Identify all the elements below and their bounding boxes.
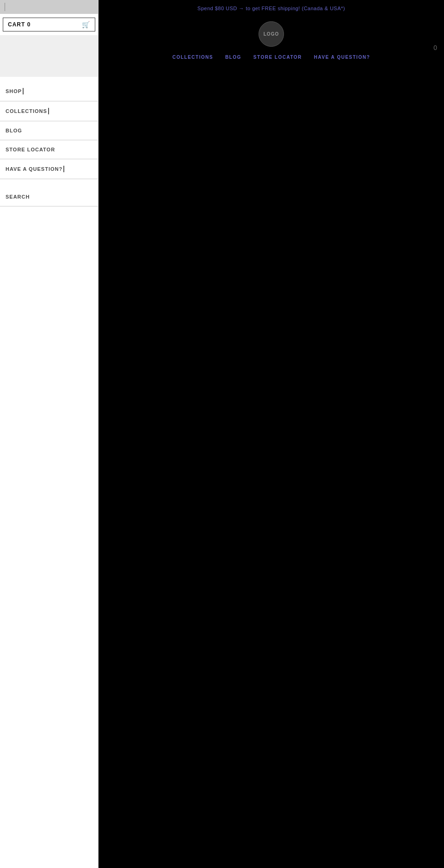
sidebar-search[interactable]: SEARCH bbox=[0, 187, 98, 206]
sidebar-top-bar bbox=[0, 0, 98, 14]
sidebar-nav: SHOP COLLECTIONS BLOG STORE LOCATOR HAVE… bbox=[0, 81, 98, 179]
have-a-question-indicator bbox=[63, 166, 64, 172]
main-nav-have-a-question-label: HAVE A QUESTION? bbox=[314, 55, 370, 60]
sidebar-item-store-locator-label: STORE LOCATOR bbox=[6, 147, 55, 152]
collections-indicator bbox=[48, 108, 49, 114]
promo-text: Spend $80 USD → to get FREE shipping! (C… bbox=[197, 6, 345, 11]
sidebar-item-have-a-question[interactable]: HAVE A QUESTION? bbox=[0, 159, 98, 179]
promo-bar: Spend $80 USD → to get FREE shipping! (C… bbox=[99, 0, 444, 17]
sidebar-search-label: SEARCH bbox=[6, 194, 30, 200]
logo-area: LOGO bbox=[99, 17, 444, 49]
dark-overlay bbox=[99, 93, 444, 868]
sidebar-image bbox=[0, 35, 98, 77]
logo[interactable]: LOGO bbox=[259, 21, 284, 47]
main-cart-icon[interactable]: 0 bbox=[433, 44, 437, 51]
main-nav-have-a-question[interactable]: HAVE A QUESTION? bbox=[310, 53, 374, 62]
main-nav: COLLECTIONS BLOG STORE LOCATOR HAVE A QU… bbox=[99, 49, 444, 65]
cart-button[interactable]: CART 0 🛒 bbox=[3, 18, 95, 31]
sidebar-item-collections-label: COLLECTIONS bbox=[6, 108, 47, 114]
logo-text: LOGO bbox=[264, 31, 279, 37]
sidebar: CART 0 🛒 SHOP COLLECTIONS BLOG STORE LOC… bbox=[0, 0, 99, 868]
main-nav-store-locator-label: STORE LOCATOR bbox=[253, 55, 302, 60]
main-nav-collections-label: COLLECTIONS bbox=[173, 55, 213, 60]
main-nav-blog[interactable]: BLOG bbox=[222, 53, 245, 62]
sidebar-item-shop-label: SHOP bbox=[6, 88, 22, 94]
sidebar-item-shop[interactable]: SHOP bbox=[0, 81, 98, 101]
main-nav-blog-label: BLOG bbox=[225, 55, 241, 60]
shop-indicator bbox=[23, 88, 24, 94]
sidebar-item-store-locator[interactable]: STORE LOCATOR bbox=[0, 140, 98, 159]
main-nav-collections[interactable]: COLLECTIONS bbox=[169, 53, 217, 62]
main-cart-count: 0 bbox=[433, 44, 437, 51]
sidebar-item-blog-label: BLOG bbox=[6, 128, 22, 133]
sidebar-item-collections[interactable]: COLLECTIONS bbox=[0, 101, 98, 121]
main-content: Spend $80 USD → to get FREE shipping! (C… bbox=[99, 0, 444, 868]
sidebar-top-bar-line bbox=[5, 3, 5, 11]
sidebar-item-blog[interactable]: BLOG bbox=[0, 121, 98, 140]
main-nav-store-locator[interactable]: STORE LOCATOR bbox=[250, 53, 306, 62]
cart-icon: 🛒 bbox=[82, 21, 90, 28]
cart-label: CART 0 bbox=[8, 21, 31, 28]
sidebar-item-have-a-question-label: HAVE A QUESTION? bbox=[6, 166, 62, 172]
